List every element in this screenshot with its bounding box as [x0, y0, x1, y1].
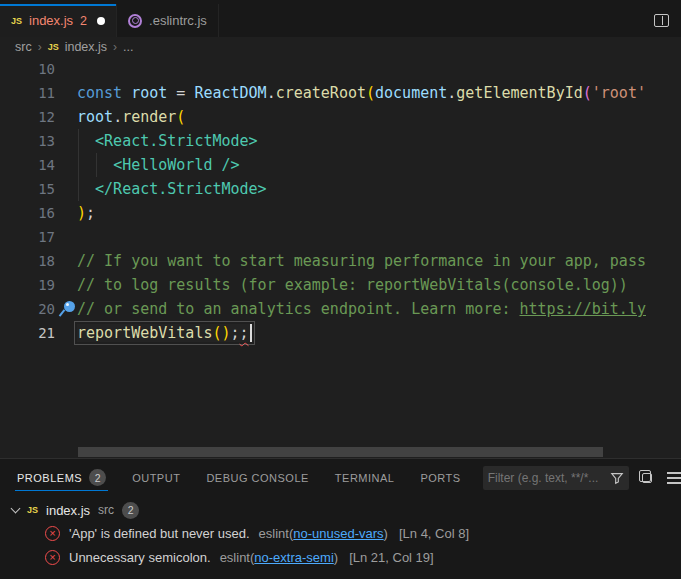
code-line[interactable]: reportWebVitals();; [77, 321, 681, 345]
comment-link[interactable]: https://bit.ly [520, 300, 646, 318]
code-line[interactable]: // If you want to start measuring perfor… [77, 249, 681, 273]
error-icon: × [45, 550, 60, 565]
line-number[interactable]: 19 [0, 273, 55, 297]
problems-filter [483, 466, 629, 490]
indent-guide [96, 153, 97, 177]
panel-tab-label: TERMINAL [335, 472, 395, 484]
code-token: ; [240, 324, 249, 342]
copy-icon[interactable] [642, 473, 652, 483]
line-number[interactable]: 16 [0, 201, 55, 225]
editor-tab-bar: JSindex.js2.eslintrc.js [0, 0, 681, 37]
code-token [77, 156, 113, 174]
tab-eslintrc-js[interactable]: .eslintrc.js [117, 4, 219, 37]
vscode-window: JSindex.js2.eslintrc.js src › JS index.j… [0, 0, 681, 579]
code-token [77, 132, 95, 150]
filter-input[interactable] [488, 471, 607, 485]
panel-tab-problems[interactable]: PROBLEMS2 [13, 459, 110, 496]
filter-icon[interactable] [610, 471, 624, 485]
code-editor[interactable]: 1011const root = ReactDOM.createRoot(doc… [0, 57, 681, 458]
problems-file-row[interactable]: JS index.js src 2 [0, 499, 681, 521]
code-line[interactable]: </React.StrictMode> [77, 177, 681, 201]
js-file-icon: JS [48, 42, 59, 52]
js-file-icon: JS [27, 505, 38, 515]
problem-location: [Ln 21, Col 19] [349, 550, 434, 565]
eslint-rule-link[interactable]: no-extra-semi [254, 550, 333, 565]
editor-line: 14 <HelloWorld /> [0, 153, 681, 177]
problems-list: JS index.js src 2 ×'App' is defined but … [0, 496, 681, 579]
breadcrumb-file[interactable]: index.js [65, 40, 107, 54]
line-number[interactable]: 12 [0, 105, 55, 129]
modified-dot-icon[interactable] [97, 17, 105, 25]
line-number[interactable]: 13 [0, 129, 55, 153]
code-token: root [131, 84, 167, 102]
line-number[interactable]: 20 [0, 297, 55, 321]
code-token: </React.StrictMode> [95, 180, 267, 198]
code-token [77, 180, 95, 198]
code-token: . [267, 84, 276, 102]
code-line[interactable]: <React.StrictMode> [77, 129, 681, 153]
editor-line: 12root.render( [0, 105, 681, 129]
view-as-table-icon[interactable] [667, 472, 681, 474]
horizontal-scrollbar[interactable] [78, 447, 603, 457]
panel-tab-label: PORTS [420, 472, 460, 484]
indent-guide [78, 153, 79, 177]
problem-location: [Ln 4, Col 8] [399, 526, 469, 541]
code-token: const [77, 84, 122, 102]
panel-tab-ports[interactable]: PORTS [416, 459, 464, 496]
problem-row[interactable]: ×'App' is defined but never used.eslint(… [0, 521, 681, 545]
problem-items: ×'App' is defined but never used.eslint(… [0, 521, 681, 569]
tab-index-js[interactable]: JSindex.js2 [0, 4, 117, 37]
problem-source: eslint(no-unused-vars) [259, 526, 388, 541]
panel-tab-output[interactable]: OUTPUT [128, 459, 184, 496]
line-number[interactable]: 14 [0, 153, 55, 177]
code-line[interactable] [77, 57, 681, 81]
breadcrumb-symbol[interactable]: ... [123, 40, 133, 54]
error-icon: × [45, 526, 60, 541]
editor-line: 15 </React.StrictMode> [0, 177, 681, 201]
code-token: document [375, 84, 447, 102]
problems-file-path: src [98, 503, 114, 517]
editor-line: 13 <React.StrictMode> [0, 129, 681, 153]
chevron-right-icon: › [113, 40, 117, 54]
code-line[interactable]: ); [77, 201, 681, 225]
editor-line: 17 [0, 225, 681, 249]
code-token: root [77, 108, 113, 126]
code-token: () [212, 324, 230, 342]
code-line[interactable]: // to log results (for example: reportWe… [77, 273, 681, 297]
breadcrumb-src[interactable]: src [15, 40, 32, 54]
code-token: // If you want to start measuring perfor… [77, 252, 646, 270]
problems-file-name: index.js [46, 503, 90, 518]
panel-tab-badge: 2 [89, 469, 106, 486]
code-token: getElementById [456, 84, 582, 102]
code-line[interactable] [77, 225, 681, 249]
panel-tab-terminal[interactable]: TERMINAL [331, 459, 399, 496]
line-number[interactable]: 10 [0, 57, 55, 81]
code-token: ReactDOM [194, 84, 266, 102]
line-number[interactable]: 15 [0, 177, 55, 201]
tab-label: .eslintrc.js [149, 13, 207, 28]
problem-row[interactable]: ×Unnecessary semicolon.eslint(no-extra-s… [0, 545, 681, 569]
split-editor-icon[interactable] [654, 14, 669, 27]
code-line[interactable]: const root = ReactDOM.createRoot(documen… [77, 81, 681, 105]
line-number[interactable]: 17 [0, 225, 55, 249]
code-line[interactable]: <HelloWorld /> [77, 153, 681, 177]
code-token: ; [86, 204, 95, 222]
code-line[interactable]: root.render( [77, 105, 681, 129]
code-line[interactable]: // or send to an analytics endpoint. Lea… [77, 297, 681, 321]
line-number[interactable]: 11 [0, 81, 55, 105]
code-token: // to log results (for example: reportWe… [77, 276, 628, 294]
chevron-right-icon: › [38, 40, 42, 54]
problem-message: 'App' is defined but never used. [69, 526, 250, 541]
line-number[interactable]: 21 [0, 321, 55, 345]
line-number[interactable]: 18 [0, 249, 55, 273]
indent-guide [78, 129, 79, 153]
problems-count-badge: 2 [122, 502, 139, 519]
editor-line: 11const root = ReactDOM.createRoot(docum… [0, 81, 681, 105]
lightbulb-pin-icon[interactable] [64, 301, 75, 312]
text-cursor [250, 324, 252, 342]
breadcrumb: src › JS index.js › ... [0, 37, 681, 57]
eslint-rule-link[interactable]: no-unused-vars [293, 526, 383, 541]
code-token: reportWebVitals [77, 324, 212, 342]
panel-tab-debug-console[interactable]: DEBUG CONSOLE [202, 459, 312, 496]
chevron-down-icon[interactable] [11, 503, 21, 513]
